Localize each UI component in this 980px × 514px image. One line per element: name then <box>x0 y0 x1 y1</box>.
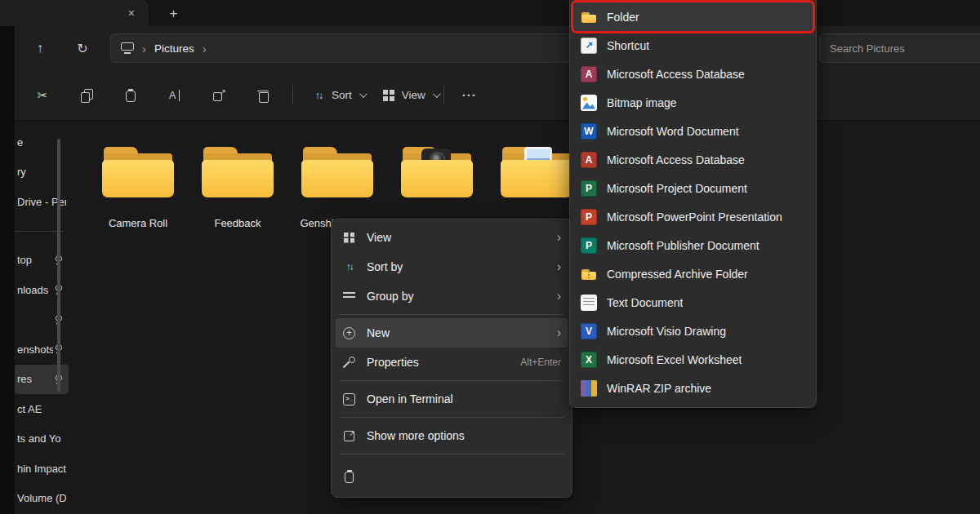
context-menu-item[interactable]: Open in Terminal › <box>336 384 568 414</box>
submenu-chevron-icon: › <box>557 289 561 304</box>
cut-icon <box>35 88 50 103</box>
submenu-item[interactable]: ↗ Shortcut <box>573 31 813 60</box>
folder-icon <box>299 145 376 199</box>
explorer-tab[interactable]: × <box>0 0 149 26</box>
sidebar-item[interactable]: Drive - Perso <box>15 187 69 217</box>
folder-tile[interactable]: Genshin Impact <box>287 140 387 229</box>
copy-button[interactable] <box>75 84 98 107</box>
context-menu-item[interactable]: View › <box>336 223 568 252</box>
submenu-item[interactable]: Text Document <box>573 288 813 317</box>
sidebar-item-label: hin Impact <box>17 463 66 475</box>
sidebar-scrollbar[interactable] <box>57 139 60 392</box>
submenu-item[interactable]: V Microsoft Visio Drawing <box>573 317 813 345</box>
chevron-down-icon <box>433 90 441 98</box>
menu-item-label: Properties <box>367 356 520 369</box>
submenu-item[interactable]: Folder <box>573 2 813 31</box>
sort-button[interactable]: Sort <box>303 83 373 108</box>
sidebar-item[interactable]: Volume (D: <box>15 484 69 514</box>
submenu-chevron-icon: › <box>557 326 561 340</box>
sidebar-item[interactable]: e <box>15 127 69 157</box>
folder-grid: Camera Roll Feedback <box>70 121 980 229</box>
submenu-item-icon: ↗ <box>581 38 597 54</box>
separator <box>340 380 564 381</box>
sidebar-item[interactable]: ts and Yo <box>15 424 69 454</box>
toolbar-separator <box>443 86 444 105</box>
up-button[interactable]: ↑ <box>28 36 52 60</box>
delete-button[interactable] <box>252 84 274 107</box>
menu-item-shortcut: Alt+Enter <box>520 357 561 368</box>
submenu-item[interactable]: A Microsoft Access Database <box>573 145 813 174</box>
submenu-item[interactable]: P Microsoft PowerPoint Presentation <box>573 202 813 231</box>
submenu-item[interactable]: X Microsoft Excel Worksheet <box>573 345 813 374</box>
folder-tile[interactable]: Feedback <box>188 140 287 229</box>
context-menu-item[interactable]: Sort by › <box>336 252 568 281</box>
submenu-chevron-icon: › <box>557 230 561 245</box>
submenu-item-icon <box>581 9 597 25</box>
submenu-item[interactable]: Bitmap image <box>573 88 813 117</box>
share-icon <box>212 88 226 103</box>
separator <box>340 314 564 315</box>
context-menu-item[interactable]: Group by › <box>336 281 568 311</box>
sidebar-item[interactable]: hin Impact <box>15 454 69 484</box>
context-menu-item[interactable]: Show more options › <box>336 421 568 450</box>
copy-icon <box>79 88 94 103</box>
share-button[interactable] <box>207 84 230 107</box>
menu-item-icon <box>342 290 356 304</box>
submenu-item-icon <box>581 380 597 397</box>
navigation-pane: e ry Drive - Perso top nloads enshots <box>15 121 70 514</box>
submenu-item[interactable]: WinRAR ZIP archive <box>573 374 813 402</box>
submenu-item-icon <box>581 95 597 111</box>
sidebar-item-label: top <box>17 254 32 266</box>
sidebar-item-label: ts and Yo <box>17 432 61 445</box>
search-input[interactable] <box>819 33 980 63</box>
breadcrumb-location[interactable]: Pictures <box>154 42 194 55</box>
menu-item-icon <box>342 429 356 443</box>
paste-icon <box>123 88 138 103</box>
sidebar-item-label: enshots <box>17 343 53 356</box>
sidebar-item[interactable]: enshots <box>15 335 69 365</box>
submenu-chevron-icon: › <box>557 259 561 274</box>
context-menu-item[interactable]: Properties Alt+Enter › <box>336 348 568 377</box>
toolbar-separator <box>292 86 293 105</box>
view-button[interactable]: View <box>373 83 447 108</box>
menu-item-icon <box>342 326 356 340</box>
folder-front <box>202 160 274 197</box>
folder-tile[interactable]: Camera Roll <box>88 140 188 229</box>
new-tab-button[interactable]: + <box>163 3 185 24</box>
sidebar-item[interactable]: ct AE <box>15 394 69 424</box>
sidebar-item[interactable]: nloads <box>15 275 69 305</box>
menu-item-icon <box>342 260 356 274</box>
refresh-button[interactable]: ↻ <box>70 36 95 60</box>
submenu-item-icon: P <box>581 180 597 197</box>
submenu-item[interactable]: Compressed Archive Folder <box>573 259 813 288</box>
sidebar-item[interactable]: res <box>15 365 69 395</box>
sort-label: Sort <box>332 89 352 101</box>
sidebar-item-label: Volume (D: <box>17 492 66 504</box>
submenu-item-label: Microsoft Visio Drawing <box>607 325 726 338</box>
cut-button[interactable] <box>31 84 54 107</box>
menu-item-label: Open in Terminal <box>367 392 561 405</box>
submenu-item[interactable]: W Microsoft Word Document <box>573 117 813 145</box>
breadcrumb-chevron-icon: › <box>203 42 207 55</box>
paste-button[interactable] <box>119 84 142 107</box>
submenu-item[interactable]: P Microsoft Publisher Document <box>573 231 813 259</box>
chevron-down-icon <box>359 90 368 98</box>
separator <box>340 454 564 454</box>
sidebar-item-label: res <box>17 373 32 385</box>
sidebar-item[interactable] <box>15 305 69 335</box>
rename-button[interactable] <box>163 84 186 107</box>
titlebar: × + <box>0 0 980 26</box>
paste-icon[interactable] <box>342 469 356 483</box>
submenu-item[interactable]: P Microsoft Project Document <box>573 174 813 202</box>
see-more-button[interactable]: ··· <box>454 85 485 105</box>
folder-icon <box>100 145 176 199</box>
context-menu-item[interactable]: New › <box>336 318 568 348</box>
folder-tile[interactable] <box>387 140 487 229</box>
tab-close-icon[interactable]: × <box>124 6 139 20</box>
sidebar-item[interactable]: ry <box>15 157 69 188</box>
submenu-item[interactable]: A Microsoft Access Database <box>573 60 813 88</box>
sidebar-item[interactable]: top <box>15 246 69 276</box>
submenu-item-label: Microsoft Excel Worksheet <box>607 353 742 366</box>
context-menu: View › Sort by › Group by › New › Pr <box>331 219 572 498</box>
submenu-item-icon: V <box>581 323 597 339</box>
